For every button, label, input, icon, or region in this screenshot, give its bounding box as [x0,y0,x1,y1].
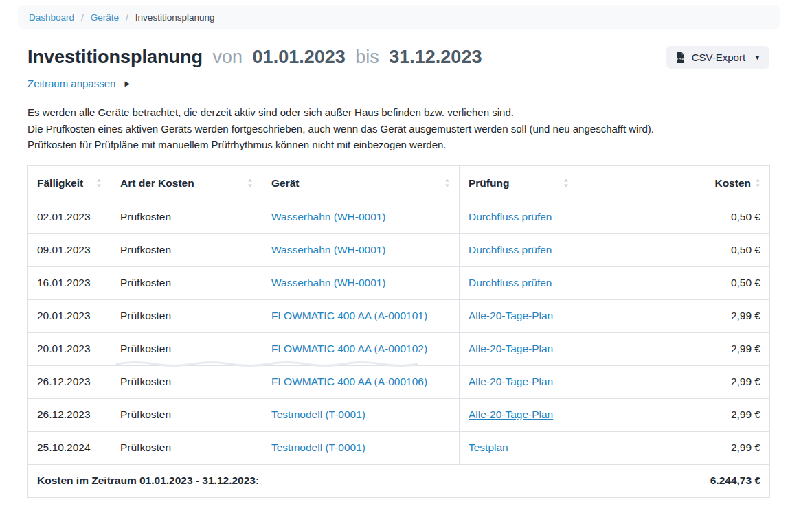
info-line: Die Prüfkosten eines aktiven Geräts werd… [27,121,769,137]
column-header-faelligkeit[interactable]: Fälligkeit [28,165,111,201]
pruefung-link[interactable]: Testplan [469,442,508,453]
table-row: 25.10.2024 Prüfkosten Testmodell (T-0001… [28,431,770,464]
cell-kosten: 2,99 € [578,365,770,398]
cell-geraet: Wasserhahn (WH-0001) [262,266,460,299]
column-header-label: Fälligkeit [37,177,83,190]
cell-geraet: FLOWMATIC 400 AA (A-000102) [262,332,460,365]
sort-icon[interactable] [563,179,569,187]
page-header: Investitionsplanung von 01.01.2023 bis 3… [27,45,769,69]
table-row: 20.01.2023 Prüfkosten FLOWMATIC 400 AA (… [28,332,770,365]
table-header-row: Fälligkeit Art der Kosten Gerät [28,165,770,201]
cell-pruefung: Alle-20-Tage-Plan [460,299,578,332]
table-row: 20.01.2023 Prüfkosten FLOWMATIC 400 AA (… [28,299,770,332]
cell-art: Prüfkosten [111,233,262,266]
info-line: Prüfkosten für Prüfpläne mit manuellem P… [27,137,769,153]
pruefung-link[interactable]: Alle-20-Tage-Plan [469,343,553,354]
footer-total-value: 6.244,73 € [578,464,770,497]
title-date-from: 01.01.2023 [253,47,346,67]
column-header-label: Art der Kosten [120,177,194,190]
cell-art: Prüfkosten [111,201,262,233]
cell-pruefung: Durchfluss prüfen [460,201,578,233]
pruefung-link[interactable]: Alle-20-Tage-Plan [469,376,553,387]
cell-pruefung: Alle-20-Tage-Plan [460,365,578,398]
cell-art: Prüfkosten [111,332,262,365]
cell-faelligkeit: 16.01.2023 [28,266,111,299]
breadcrumb-item-dashboard[interactable]: Dashboard [29,12,74,23]
cost-table: Fälligkeit Art der Kosten Gerät [27,165,770,498]
cell-geraet: FLOWMATIC 400 AA (A-000106) [262,365,460,398]
breadcrumb-item-geraete[interactable]: Geräte [91,12,119,23]
column-header-pruefung[interactable]: Prüfung [460,165,578,201]
title-date-to: 31.12.2023 [389,47,482,67]
cell-kosten: 2,99 € [578,299,770,332]
cell-faelligkeit: 20.01.2023 [28,299,111,332]
breadcrumb-separator: / [81,12,84,23]
breadcrumb-item-current: Investitionsplanung [135,12,215,23]
cell-faelligkeit: 02.01.2023 [28,201,111,233]
cell-faelligkeit: 20.01.2023 [28,332,111,365]
column-header-label: Gerät [271,177,300,190]
sort-icon[interactable] [96,179,102,187]
geraet-link[interactable]: Wasserhahn (WH-0001) [271,277,386,288]
geraet-link[interactable]: FLOWMATIC 400 AA (A-000101) [271,310,427,321]
chevron-down-icon: ▼ [754,54,760,61]
table-row: 26.12.2023 Prüfkosten FLOWMATIC 400 AA (… [28,365,770,398]
geraet-link[interactable]: Wasserhahn (WH-0001) [271,211,386,222]
sort-icon[interactable] [444,179,450,187]
table-row: 09.01.2023 Prüfkosten Wasserhahn (WH-000… [28,233,770,266]
info-line: Es werden alle Geräte betrachtet, die de… [27,104,769,121]
zeitraum-anpassen-link[interactable]: Zeitraum anpassen [27,78,115,89]
geraet-link[interactable]: FLOWMATIC 400 AA (A-000102) [271,343,427,354]
column-header-art-der-kosten[interactable]: Art der Kosten [111,165,262,201]
pruefung-link[interactable]: Durchfluss prüfen [469,277,552,288]
cell-art: Prüfkosten [111,299,262,332]
cell-art: Prüfkosten [111,266,262,299]
cell-kosten: 2,99 € [578,431,770,464]
csv-export-label: CSV-Export [692,52,745,63]
cell-pruefung: Durchfluss prüfen [460,266,578,299]
cell-kosten: 0,50 € [578,266,770,299]
cell-kosten: 2,99 € [578,332,770,365]
cell-faelligkeit: 26.12.2023 [28,365,111,398]
table-row: 02.01.2023 Prüfkosten Wasserhahn (WH-000… [28,201,770,233]
pruefung-link[interactable]: Alle-20-Tage-Plan [469,310,553,321]
cell-kosten: 0,50 € [578,233,770,266]
cell-faelligkeit: 26.12.2023 [28,398,111,431]
cell-pruefung: Testplan [460,431,578,464]
cell-geraet: Wasserhahn (WH-0001) [262,201,460,233]
cell-geraet: Testmodell (T-0001) [262,431,460,464]
cell-geraet: FLOWMATIC 400 AA (A-000101) [262,299,460,332]
column-header-label: Kosten [714,177,751,190]
zeitraum-row: Zeitraum anpassen ▶ [27,78,769,89]
sort-icon[interactable] [755,179,760,187]
cell-faelligkeit: 09.01.2023 [28,233,111,266]
pruefung-link[interactable]: Durchfluss prüfen [469,244,552,255]
column-header-label: Prüfung [469,177,509,190]
table-footer-row: Kosten im Zeitraum 01.01.2023 - 31.12.20… [28,464,770,497]
table-row: 26.12.2023 Prüfkosten Testmodell (T-0001… [28,398,770,431]
geraet-link[interactable]: Testmodell (T-0001) [271,442,365,453]
pruefung-link[interactable]: Durchfluss prüfen [469,211,552,222]
cell-geraet: Wasserhahn (WH-0001) [262,233,460,266]
column-header-geraet[interactable]: Gerät [262,165,460,201]
page-title-text: Investitionsplanung [27,47,203,67]
column-header-kosten[interactable]: Kosten [578,165,770,201]
cell-pruefung: Alle-20-Tage-Plan [460,332,578,365]
csv-export-button[interactable]: CSV CSV-Export ▼ [666,46,769,69]
cell-faelligkeit: 25.10.2024 [28,431,111,464]
info-block: Es werden alle Geräte betrachtet, die de… [27,104,769,153]
geraet-link[interactable]: Testmodell (T-0001) [271,409,365,420]
svg-text:CSV: CSV [677,57,684,60]
pruefung-link[interactable]: Alle-20-Tage-Plan [469,409,553,420]
geraet-link[interactable]: FLOWMATIC 400 AA (A-000106) [271,376,427,387]
disclosure-triangle-icon[interactable]: ▶ [124,80,130,87]
cell-art: Prüfkosten [111,431,262,464]
cell-art: Prüfkosten [111,365,262,398]
footer-total-label: Kosten im Zeitraum 01.01.2023 - 31.12.20… [28,464,578,497]
sort-icon[interactable] [247,179,253,187]
breadcrumb-separator: / [126,12,128,23]
title-von-label: von [213,47,243,67]
geraet-link[interactable]: Wasserhahn (WH-0001) [271,244,386,255]
cell-pruefung: Durchfluss prüfen [460,233,578,266]
cost-table-container: Fälligkeit Art der Kosten Gerät [27,165,769,498]
